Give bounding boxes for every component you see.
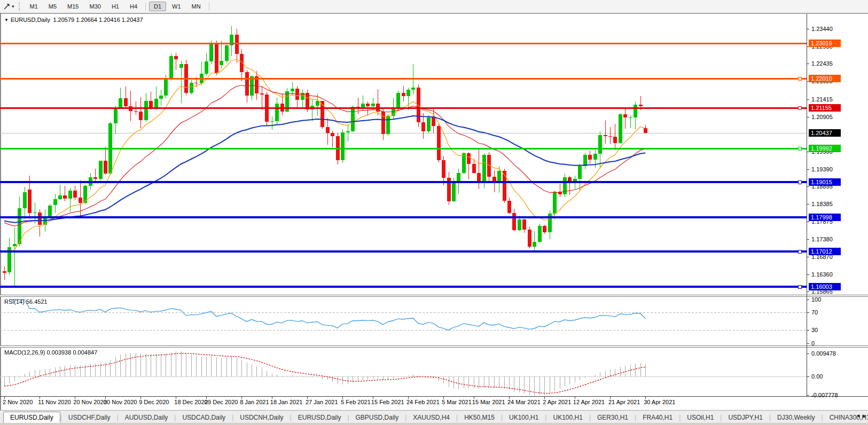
date-axis-label: 8 Jan 2021 [240,399,269,405]
macd-axis-tick [807,395,809,396]
date-axis-label: 18 Jan 2021 [270,399,303,405]
rsi-header-label: RSI(14) 56.4521 [4,298,48,305]
date-axis-label: 30 Apr 2021 [644,399,675,405]
chart-tab-uk100-h1[interactable]: UK100,H1 [503,412,545,423]
rsi-indicator-canvas[interactable] [0,297,807,345]
date-axis-label: 20 Nov 2020 [73,399,106,405]
price-axis-label: 1.20905 [811,114,833,121]
price-level-badge: 1.23019 [809,40,841,47]
chart-tab-usdcnh-daily[interactable]: USDCNH,Daily [233,412,290,423]
chart-tab-hk50-m15[interactable]: HK50,M15 [458,412,501,423]
rsi-axis-tick [807,330,809,330]
price-axis-tick [807,222,809,222]
price-axis-tick [807,239,809,240]
price-level-badge: 1.19015 [809,178,841,186]
macd-axis-tick [807,353,809,354]
tab-scroll-left-icon[interactable]: ◂ [857,412,860,419]
timeframe-button-m30[interactable]: M30 [85,2,106,11]
date-axis-label: 24 Mar 2021 [507,399,541,405]
mt4-trading-window: ▾ M1M5M15M30H1H4D1W1MN ▼EURUSD,Daily 1.2… [0,0,868,425]
price-axis-tick [807,292,809,292]
price-axis-border [807,14,807,396]
chart-tab-audusd-daily[interactable]: AUDUSD,Daily [119,412,175,423]
price-axis-tick [807,169,809,170]
macd-header-label: MACD(12,26,9) 0.003938 0.004847 [4,349,97,356]
price-axis-label: 1.23440 [811,26,833,33]
date-axis-label: 27 Jan 2021 [306,399,338,405]
rsi-axis-tick [807,312,809,313]
macd-axis-label: 0.00 [811,373,823,380]
price-axis-tick [807,204,809,204]
toolbar-separator [145,2,146,11]
date-axis-label: 18 Dec 2020 [174,399,207,405]
price-level-badge: 1.17998 [809,214,841,221]
date-axis-label: 30 Nov 2020 [104,399,137,405]
date-axis-label: 5 Feb 2021 [341,399,371,405]
rsi-axis-label: 30 [811,327,818,334]
macd-indicator-canvas[interactable] [0,348,807,396]
date-axis-label: 2 Apr 2021 [543,399,571,405]
chart-tab-bar: EURUSD,Daily|USDCHF,Daily|AUDUSD,Daily|U… [0,410,868,423]
timeframe-button-mn[interactable]: MN [187,2,206,11]
timeframe-button-m5[interactable]: M5 [44,2,61,11]
price-axis-label: 1.19390 [811,166,833,173]
rsi-axis-label: 70 [811,309,818,316]
date-axis-label: 9 Dec 2020 [139,399,169,405]
toolbar-separator [209,2,209,11]
date-axis-label: 15 Feb 2021 [371,399,404,405]
date-axis-label: 29 Dec 2020 [205,399,238,405]
price-level-badge: 1.20437 [809,129,841,137]
timeframe-buttons: M1M5M15M30H1H4D1W1MN [25,2,212,11]
timeframe-button-h4[interactable]: H4 [125,2,142,11]
date-axis-label: 24 Feb 2021 [406,399,440,405]
timeframe-button-d1[interactable]: D1 [149,2,166,11]
price-axis-tick [807,186,809,187]
chart-tab-usdchf-daily[interactable]: USDCHF,Daily [62,412,117,423]
price-axis-label: 1.18385 [811,201,833,208]
chart-tab-fra40-h1[interactable]: FRA40,H1 [636,412,679,423]
chart-tab-uk100-h1[interactable]: UK100,H1 [546,412,589,423]
timeframe-button-h1[interactable]: H1 [107,2,124,11]
price-axis-tick [807,99,809,100]
price-level-badge: 1.21155 [809,104,841,112]
chart-tab-dj30-weekly[interactable]: DJ30,Weekly [771,412,821,423]
tab-scroll-right-icon[interactable]: ▸ [863,412,866,419]
date-axis-label: 21 Apr 2021 [608,399,640,405]
price-level-badge: 1.22010 [809,75,841,82]
tab-scroll-buttons: ◂ ▸ [857,412,866,419]
price-chart-canvas[interactable] [0,14,807,295]
price-axis-label: 1.21415 [811,96,833,103]
price-axis-tick [807,274,809,275]
price-axis-tick [807,29,809,29]
price-level-badge: 1.19992 [809,145,841,152]
timeframe-button-m15[interactable]: M15 [62,2,83,11]
timeframe-button-w1[interactable]: W1 [167,2,186,11]
price-level-badge: 1.17012 [809,248,841,255]
bottom-strip [0,423,868,425]
rsi-axis-label: 100 [811,296,821,303]
rsi-axis-label: 0 [811,340,815,347]
macd-axis-label: 0.009478 [811,350,836,357]
chart-tab-ger30-h1[interactable]: GER30,H1 [591,412,635,423]
timeframe-toolbar: ▾ M1M5M15M30H1H4D1W1MN [0,0,868,13]
toolbar-grip[interactable] [19,2,21,11]
chart-tab-eurusd-daily[interactable]: EURUSD,Daily [3,412,60,424]
rsi-axis-tick [807,343,809,344]
chart-tab-usoil-h1[interactable]: USOil,H1 [681,412,720,423]
macd-axis-label: -0.007778 [811,392,838,399]
chart-tab-xauusd-h4[interactable]: XAUUSD,H4 [406,412,456,423]
chart-tab-usdcad-daily[interactable]: USDCAD,Daily [176,412,232,423]
price-axis-tick [807,64,809,64]
chart-tab-usdjpy-h1[interactable]: USDJPY,H1 [722,412,769,423]
date-axis-label: 12 Apr 2021 [573,399,605,405]
price-axis-tick [807,117,809,117]
date-axis-label: 5 Mar 2021 [442,399,472,405]
rsi-axis-tick [807,300,809,300]
timeframe-button-m1[interactable]: M1 [25,2,43,11]
chart-bottom-border [0,396,868,397]
chart-tab-eurusd-daily[interactable]: EURUSD,Daily [292,412,348,423]
date-axis-label: 2 Nov 2020 [3,399,33,405]
crosshair-tool-button[interactable]: ▾ [0,1,18,12]
chart-tab-gbpusd-daily[interactable]: GBPUSD,Daily [349,412,405,423]
macd-axis-tick [807,376,809,377]
